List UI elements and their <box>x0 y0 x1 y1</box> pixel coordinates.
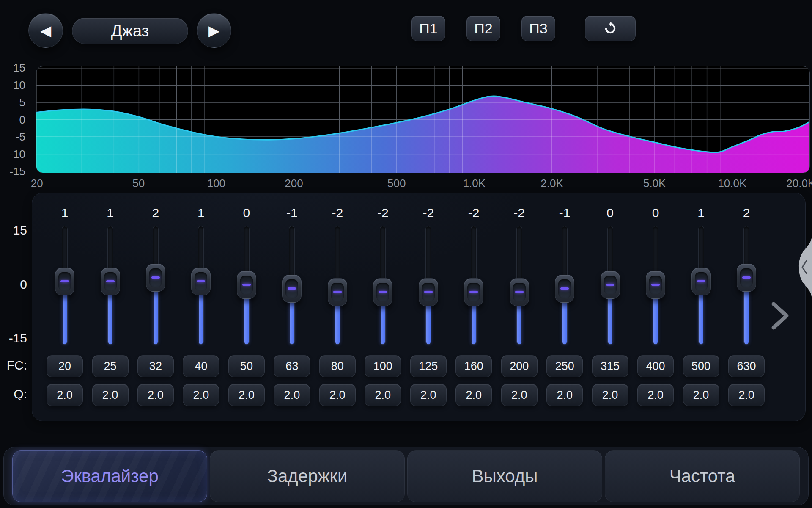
slider-dash-icon <box>106 280 115 282</box>
tab-frequency[interactable]: Частота <box>605 450 800 502</box>
band-slider-thumb[interactable] <box>601 271 620 299</box>
eq-band-315hz: 0 315 2.0 <box>590 193 631 422</box>
band-q-button[interactable]: 2.0 <box>47 384 83 406</box>
band-q-button[interactable]: 2.0 <box>410 384 447 406</box>
band-q-button[interactable]: 2.0 <box>592 384 628 406</box>
band-slider-fill <box>154 286 158 344</box>
band-fc-button[interactable]: 250 <box>546 355 583 377</box>
band-slider-thumb[interactable] <box>510 278 529 306</box>
band-q-button[interactable]: 2.0 <box>501 384 538 406</box>
response-area <box>36 96 809 173</box>
y-tick-label: 10 <box>0 79 25 91</box>
band-slider-thumb[interactable] <box>328 278 347 306</box>
band-q-button[interactable]: 2.0 <box>92 384 129 406</box>
reset-button[interactable] <box>585 16 636 41</box>
chart-x-axis: 20501002005001.0K2.0K5.0K10.0K20.0K <box>36 177 810 190</box>
band-slider-thumb[interactable] <box>146 264 165 292</box>
band-q-button[interactable]: 2.0 <box>365 384 401 406</box>
x-tick-label: 5.0K <box>643 177 666 190</box>
equalizer-band-panel: 1 20 2.01 25 2.02 32 2.01 <box>32 193 806 421</box>
band-fc-button[interactable]: 500 <box>683 355 719 377</box>
tab-outputs[interactable]: Выходы <box>407 450 602 502</box>
band-slider-fill <box>653 293 658 344</box>
band-slider-thumb[interactable] <box>419 278 438 306</box>
scale-label-bottom: -15 <box>0 331 27 345</box>
band-slider-fill <box>472 301 476 344</box>
band-q-button[interactable]: 2.0 <box>274 384 310 406</box>
band-fc-button[interactable]: 32 <box>137 355 174 377</box>
eq-band-40hz: 1 40 2.0 <box>181 193 221 422</box>
eq-band-125hz: -2 125 2.0 <box>408 193 449 422</box>
band-slider-fill <box>517 301 521 344</box>
refresh-icon <box>602 20 618 36</box>
preset-prev-button[interactable]: ◀ <box>28 13 63 48</box>
band-gain-value: 1 <box>44 206 85 220</box>
band-q-button[interactable]: 2.0 <box>319 384 356 406</box>
band-slider-thumb[interactable] <box>237 271 256 299</box>
band-slider-fill <box>562 297 567 345</box>
band-fc-button[interactable]: 125 <box>410 355 447 377</box>
band-slider-thumb[interactable] <box>55 268 74 295</box>
band-slider-thumb[interactable] <box>646 271 665 299</box>
next-bands-page-button[interactable] <box>768 301 792 331</box>
band-gain-value: -1 <box>544 206 585 220</box>
band-slider-thumb[interactable] <box>373 278 392 306</box>
band-slider-thumb[interactable] <box>737 264 756 292</box>
y-tick-label: -15 <box>0 166 25 177</box>
memory-button-2[interactable]: П2 <box>466 16 500 41</box>
chevron-right-icon <box>774 304 787 328</box>
chevron-right-icon: ▶ <box>208 22 219 39</box>
memory-button-1[interactable]: П1 <box>411 16 445 41</box>
band-fc-button[interactable]: 63 <box>274 355 310 377</box>
band-q-button[interactable]: 2.0 <box>683 384 719 406</box>
band-fc-button[interactable]: 80 <box>319 355 356 377</box>
tab-delays[interactable]: Задержки <box>210 450 405 502</box>
x-tick-label: 20 <box>31 177 43 190</box>
band-fc-button[interactable]: 315 <box>592 355 628 377</box>
band-slider-thumb[interactable] <box>191 268 211 295</box>
band-fc-button[interactable]: 100 <box>365 355 401 377</box>
slider-dash-icon <box>606 284 614 286</box>
band-fc-button[interactable]: 50 <box>228 355 265 377</box>
band-fc-button[interactable]: 200 <box>501 355 538 377</box>
band-slider-thumb[interactable] <box>555 275 574 303</box>
band-slider-thumb[interactable] <box>101 268 120 295</box>
band-slider-fill <box>699 290 703 345</box>
band-fc-button[interactable]: 20 <box>47 355 83 377</box>
x-tick-label: 20.0K <box>786 177 812 190</box>
band-q-button[interactable]: 2.0 <box>137 384 174 406</box>
chevron-left-icon: ◀ <box>40 22 51 39</box>
eq-band-200hz: -2 200 2.0 <box>499 193 540 422</box>
eq-band-25hz: 1 25 2.0 <box>90 193 131 422</box>
band-slider-thumb[interactable] <box>464 278 483 306</box>
preset-next-button[interactable]: ▶ <box>197 13 231 48</box>
band-q-button[interactable]: 2.0 <box>183 384 219 406</box>
band-q-button[interactable]: 2.0 <box>546 384 583 406</box>
side-drawer-handle[interactable] <box>793 234 812 301</box>
slider-dash-icon <box>424 291 433 293</box>
eq-band-32hz: 2 32 2.0 <box>135 193 176 422</box>
band-q-button[interactable]: 2.0 <box>637 384 674 406</box>
preset-selector[interactable]: Джаз <box>72 18 188 44</box>
band-gain-value: 2 <box>135 206 176 220</box>
eq-band-250hz: -1 250 2.0 <box>544 193 585 422</box>
tab-equalizer[interactable]: Эквалайзер <box>12 450 207 502</box>
band-gain-value: 0 <box>635 206 676 220</box>
bottom-tab-bar: ЭквалайзерЗадержкиВыходыЧастота <box>3 447 809 505</box>
band-q-button[interactable]: 2.0 <box>228 384 265 406</box>
band-fc-button[interactable]: 630 <box>728 355 765 377</box>
band-fc-button[interactable]: 160 <box>455 355 492 377</box>
band-q-button[interactable]: 2.0 <box>728 384 765 406</box>
band-fc-button[interactable]: 40 <box>183 355 219 377</box>
x-tick-label: 100 <box>207 177 225 190</box>
eq-band-63hz: -1 63 2.0 <box>272 193 312 422</box>
memory-button-3[interactable]: П3 <box>521 16 555 41</box>
band-slider-thumb[interactable] <box>282 275 302 303</box>
scale-label-mid: 0 <box>0 278 27 291</box>
band-fc-button[interactable]: 400 <box>637 355 674 377</box>
band-slider-fill <box>335 301 340 344</box>
band-q-button[interactable]: 2.0 <box>455 384 492 406</box>
y-tick-label: -5 <box>0 131 25 143</box>
band-slider-thumb[interactable] <box>691 268 711 295</box>
band-fc-button[interactable]: 25 <box>92 355 129 377</box>
